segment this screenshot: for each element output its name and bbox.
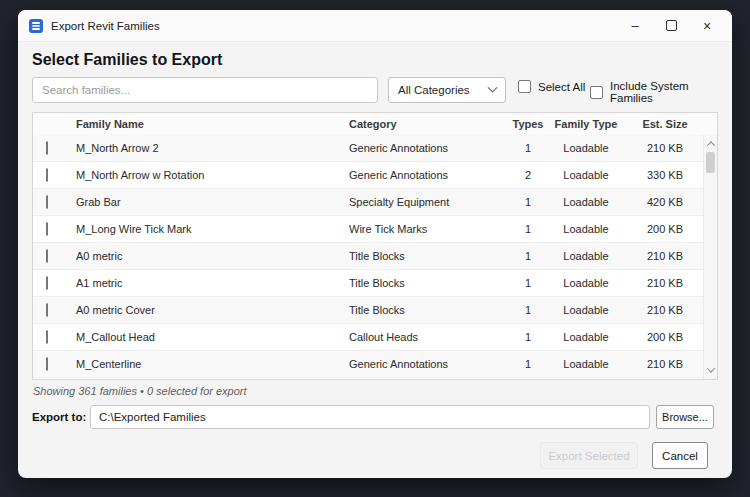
table-row[interactable]: M_North Arrow 2Generic Annotations1Loada…: [33, 135, 703, 162]
row-checkbox[interactable]: [46, 168, 48, 182]
search-input[interactable]: [32, 77, 378, 103]
minimize-icon: –: [631, 18, 638, 33]
row-checkbox[interactable]: [46, 357, 48, 371]
row-checkbox[interactable]: [46, 276, 48, 290]
table-row[interactable]: A0 metric CoverTitle Blocks1Loadable210 …: [33, 297, 703, 324]
select-all-label: Select All: [538, 81, 585, 93]
row-checkbox[interactable]: [46, 195, 48, 209]
cell-types: 1: [511, 304, 545, 316]
column-header-est-size: Est. Size: [627, 118, 703, 130]
title-bar: Export Revit Families – ×: [18, 10, 732, 42]
cell-category: Title Blocks: [349, 250, 511, 262]
cancel-button-label: Cancel: [662, 450, 698, 462]
category-dropdown-value: All Categories: [398, 84, 470, 96]
cell-category: Specialty Equipment: [349, 196, 511, 208]
chevron-down-icon: [488, 82, 498, 92]
cell-est-size: 210 KB: [627, 277, 703, 289]
browse-button-label: Browse...: [662, 411, 708, 423]
window-title: Export Revit Families: [51, 20, 160, 32]
cell-category: Generic Annotations: [349, 142, 511, 154]
cell-family-type: Loadable: [545, 304, 627, 316]
cancel-button[interactable]: Cancel: [652, 442, 708, 469]
cell-category: Generic Annotations: [349, 358, 511, 370]
category-dropdown[interactable]: All Categories: [388, 77, 506, 103]
row-checkbox[interactable]: [46, 141, 48, 155]
cell-est-size: 420 KB: [627, 196, 703, 208]
cell-family-type: Loadable: [545, 250, 627, 262]
table-row[interactable]: M_Long Wire Tick MarkWire Tick Marks1Loa…: [33, 216, 703, 243]
export-families-dialog: Export Revit Families – × Select Familie…: [18, 10, 732, 478]
close-button[interactable]: ×: [689, 10, 725, 41]
minimize-button[interactable]: –: [617, 10, 653, 41]
row-checkbox[interactable]: [46, 330, 48, 344]
table-body: M_North Arrow 2Generic Annotations1Loada…: [33, 135, 703, 379]
scroll-down-icon[interactable]: [704, 364, 717, 376]
cell-types: 1: [511, 277, 545, 289]
cell-types: 1: [511, 196, 545, 208]
table-row[interactable]: M_North Arrow w RotationGeneric Annotati…: [33, 162, 703, 189]
table-scrollbar[interactable]: [703, 135, 717, 379]
cell-family-type: Loadable: [545, 196, 627, 208]
window-controls: – ×: [617, 10, 732, 41]
export-path-input[interactable]: [90, 405, 650, 429]
close-icon: ×: [703, 18, 711, 34]
browse-button[interactable]: Browse...: [656, 405, 714, 429]
include-system-label: Include System Families: [610, 80, 732, 104]
cell-family-type: Loadable: [545, 169, 627, 181]
cell-family-name: M_Long Wire Tick Mark: [73, 223, 349, 235]
cell-est-size: 210 KB: [627, 304, 703, 316]
row-checkbox[interactable]: [46, 303, 48, 317]
include-system-checkbox-group[interactable]: Include System Families: [590, 80, 732, 104]
cell-est-size: 210 KB: [627, 250, 703, 262]
cell-types: 1: [511, 223, 545, 235]
families-table: Family Name Category Types Family Type E…: [32, 112, 718, 380]
export-to-label: Export to:: [32, 405, 86, 429]
cell-est-size: 210 KB: [627, 142, 703, 154]
cell-family-name: M_North Arrow w Rotation: [73, 169, 349, 181]
select-all-checkbox[interactable]: [518, 80, 531, 93]
cell-types: 2: [511, 169, 545, 181]
select-all-checkbox-group[interactable]: Select All: [518, 80, 585, 93]
table-header-row: Family Name Category Types Family Type E…: [33, 113, 717, 136]
cell-category: Title Blocks: [349, 304, 511, 316]
cell-est-size: 210 KB: [627, 358, 703, 370]
cell-est-size: 200 KB: [627, 223, 703, 235]
cell-family-name: A1 metric: [73, 277, 349, 289]
cell-family-name: A0 metric: [73, 250, 349, 262]
cell-est-size: 200 KB: [627, 331, 703, 343]
table-row[interactable]: M_Elevation Mark Body CircleElevation Ma…: [33, 378, 703, 379]
scrollbar-thumb[interactable]: [706, 152, 715, 173]
cell-types: 1: [511, 358, 545, 370]
export-selected-button-label: Export Selected: [548, 450, 629, 462]
cell-family-type: Loadable: [545, 142, 627, 154]
cell-family-name: M_North Arrow 2: [73, 142, 349, 154]
cell-types: 1: [511, 142, 545, 154]
page-title: Select Families to Export: [32, 51, 222, 69]
column-header-family-type: Family Type: [545, 118, 627, 130]
row-checkbox[interactable]: [46, 222, 48, 236]
include-system-checkbox[interactable]: [590, 86, 603, 99]
cell-family-name: A0 metric Cover: [73, 304, 349, 316]
app-icon: [29, 19, 43, 33]
cell-types: 1: [511, 250, 545, 262]
maximize-button[interactable]: [653, 10, 689, 41]
row-checkbox[interactable]: [46, 249, 48, 263]
cell-family-name: Grab Bar: [73, 196, 349, 208]
cell-category: Wire Tick Marks: [349, 223, 511, 235]
maximize-icon: [666, 20, 677, 31]
cell-family-type: Loadable: [545, 277, 627, 289]
scroll-up-icon[interactable]: [704, 138, 717, 150]
cell-types: 1: [511, 331, 545, 343]
table-row[interactable]: M_Callout HeadCallout Heads1Loadable200 …: [33, 324, 703, 351]
column-header-family-name: Family Name: [73, 118, 349, 130]
table-row[interactable]: M_CenterlineGeneric Annotations1Loadable…: [33, 351, 703, 378]
export-selected-button[interactable]: Export Selected: [540, 442, 638, 469]
cell-family-name: M_Centerline: [73, 358, 349, 370]
cell-category: Callout Heads: [349, 331, 511, 343]
cell-family-type: Loadable: [545, 223, 627, 235]
cell-family-type: Loadable: [545, 331, 627, 343]
table-row[interactable]: A1 metricTitle Blocks1Loadable210 KB: [33, 270, 703, 297]
table-row[interactable]: A0 metricTitle Blocks1Loadable210 KB: [33, 243, 703, 270]
cell-est-size: 330 KB: [627, 169, 703, 181]
table-row[interactable]: Grab BarSpecialty Equipment1Loadable420 …: [33, 189, 703, 216]
